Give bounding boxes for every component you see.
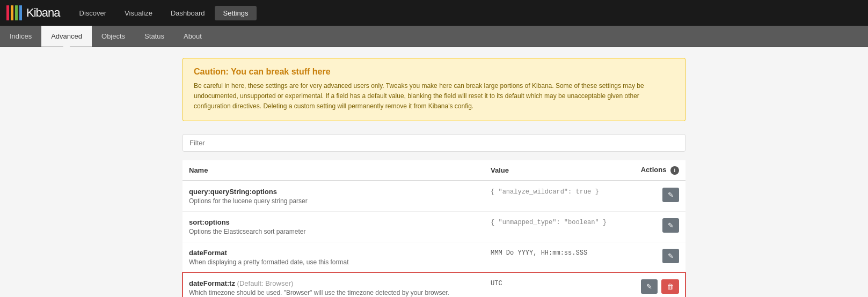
edit-button[interactable]: ✎ (662, 249, 679, 263)
setting-value: { "analyze_wildcard": true } (491, 188, 599, 196)
top-nav-links: Discover Visualize Dashboard Settings (71, 6, 257, 20)
setting-value: { "unmapped_type": "boolean" } (491, 219, 607, 226)
edit-button[interactable]: ✎ (641, 279, 658, 294)
subnav-indices[interactable]: Indices (0, 26, 41, 47)
actions-info-icon: i (670, 166, 679, 175)
kibana-logo: Kibana (6, 5, 60, 20)
setting-desc: Options for the lucene query string pars… (189, 197, 478, 205)
nav-dashboard[interactable]: Dashboard (162, 6, 214, 20)
setting-default-label: (Default: Browser) (237, 279, 294, 287)
subnav-advanced[interactable]: Advanced (41, 26, 92, 47)
edit-button[interactable]: ✎ (662, 188, 679, 202)
col-actions: Actions i (626, 160, 685, 181)
logo-bar-green (15, 5, 18, 20)
nav-visualize[interactable]: Visualize (116, 6, 161, 20)
nav-discover[interactable]: Discover (71, 6, 115, 20)
logo-bars (6, 5, 22, 20)
setting-desc: Which timezone should be used. "Browser"… (189, 289, 478, 296)
setting-name: query:queryString:options (189, 188, 478, 196)
main-content: Caution: You can break stuff here Be car… (0, 47, 868, 297)
setting-value: UTC (491, 280, 502, 287)
setting-name: dateFormat:tz (Default: Browser) (189, 279, 478, 287)
logo-bar-yellow (11, 5, 13, 20)
logo-bar-red (6, 5, 9, 20)
table-row: dateFormat When displaying a pretty form… (183, 242, 685, 272)
warning-box: Caution: You can break stuff here Be car… (183, 58, 685, 121)
delete-button[interactable]: 🗑 (661, 279, 679, 294)
logo-bar-blue (19, 5, 22, 20)
subnav-status[interactable]: Status (135, 26, 174, 47)
table-row: sort:options Options the Elasticsearch s… (183, 211, 685, 242)
warning-text: Be careful in here, these settings are f… (194, 81, 674, 112)
setting-desc: When displaying a pretty formatted date,… (189, 258, 478, 266)
table-row: query:queryString:options Options for th… (183, 181, 685, 212)
filter-input[interactable] (183, 134, 685, 152)
nav-settings[interactable]: Settings (215, 6, 257, 20)
setting-name: sort:options (189, 218, 478, 226)
col-value: Value (484, 160, 626, 181)
edit-button[interactable]: ✎ (662, 218, 679, 233)
subnav-objects[interactable]: Objects (92, 26, 135, 47)
setting-name: dateFormat (189, 249, 478, 257)
settings-table: Name Value Actions i query:queryString:o… (183, 160, 685, 297)
sub-nav: Indices Advanced Objects Status About (0, 26, 868, 47)
warning-title: Caution: You can break stuff here (194, 67, 674, 77)
setting-value: MMM Do YYYY, HH:mm:ss.SSS (491, 249, 587, 257)
kibana-title: Kibana (26, 6, 60, 20)
table-row-highlighted: dateFormat:tz (Default: Browser) Which t… (183, 272, 685, 297)
subnav-about[interactable]: About (174, 26, 211, 47)
top-nav: Kibana Discover Visualize Dashboard Sett… (0, 0, 868, 26)
col-name: Name (183, 160, 484, 181)
setting-desc: Options the Elasticsearch sort parameter (189, 228, 478, 235)
